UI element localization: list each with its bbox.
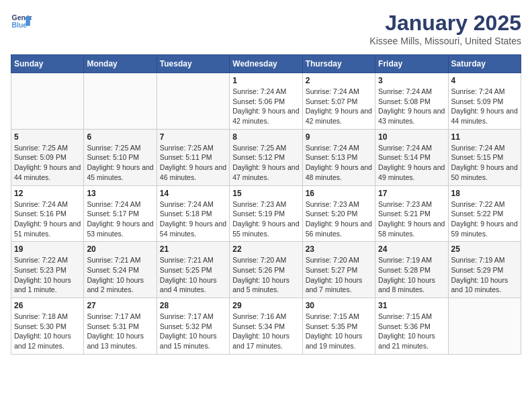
calendar-cell: 30Sunrise: 7:15 AM Sunset: 5:35 PM Dayli… (302, 298, 375, 355)
calendar-cell: 22Sunrise: 7:20 AM Sunset: 5:26 PM Dayli… (230, 242, 302, 298)
calendar-cell: 1Sunrise: 7:24 AM Sunset: 5:06 PM Daylig… (230, 73, 302, 130)
day-info: Sunrise: 7:24 AM Sunset: 5:06 PM Dayligh… (232, 87, 299, 126)
calendar-cell: 20Sunrise: 7:21 AM Sunset: 5:24 PM Dayli… (84, 242, 157, 298)
calendar-cell: 11Sunrise: 7:24 AM Sunset: 5:15 PM Dayli… (448, 129, 521, 185)
calendar-cell: 27Sunrise: 7:17 AM Sunset: 5:31 PM Dayli… (84, 298, 157, 355)
day-number: 12 (14, 189, 81, 198)
day-number: 10 (378, 132, 445, 142)
day-number: 31 (378, 301, 445, 310)
day-number: 5 (14, 132, 81, 142)
calendar-week-4: 19Sunrise: 7:22 AM Sunset: 5:23 PM Dayli… (11, 242, 521, 298)
day-info: Sunrise: 7:23 AM Sunset: 5:21 PM Dayligh… (378, 199, 445, 239)
logo: General Blue General Blue (11, 11, 32, 32)
calendar-cell: 6Sunrise: 7:25 AM Sunset: 5:10 PM Daylig… (84, 129, 157, 185)
day-info: Sunrise: 7:24 AM Sunset: 5:07 PM Dayligh… (306, 87, 372, 126)
day-number: 13 (87, 189, 153, 198)
day-info: Sunrise: 7:19 AM Sunset: 5:28 PM Dayligh… (378, 255, 445, 295)
calendar-week-5: 26Sunrise: 7:18 AM Sunset: 5:30 PM Dayli… (11, 298, 521, 355)
day-number: 3 (378, 76, 445, 85)
day-number: 2 (306, 76, 372, 85)
day-number: 7 (160, 132, 226, 142)
calendar-week-3: 12Sunrise: 7:24 AM Sunset: 5:16 PM Dayli… (11, 185, 521, 242)
day-info: Sunrise: 7:15 AM Sunset: 5:35 PM Dayligh… (306, 312, 372, 351)
day-number: 25 (451, 244, 518, 254)
svg-text:Blue: Blue (12, 21, 28, 29)
calendar-cell: 2Sunrise: 7:24 AM Sunset: 5:07 PM Daylig… (302, 73, 375, 130)
title-block: January 2025 Kissee Mills, Missouri, Uni… (369, 11, 521, 46)
calendar-cell (11, 73, 84, 130)
day-number: 21 (160, 244, 226, 254)
day-info: Sunrise: 7:24 AM Sunset: 5:18 PM Dayligh… (160, 199, 226, 239)
day-number: 22 (232, 244, 299, 254)
day-info: Sunrise: 7:24 AM Sunset: 5:16 PM Dayligh… (14, 199, 81, 239)
weekday-header-monday: Monday (84, 55, 157, 73)
calendar-week-1: 1Sunrise: 7:24 AM Sunset: 5:06 PM Daylig… (11, 73, 521, 130)
day-info: Sunrise: 7:25 AM Sunset: 5:11 PM Dayligh… (160, 143, 226, 183)
month-title: January 2025 (369, 11, 521, 36)
calendar-cell: 23Sunrise: 7:20 AM Sunset: 5:27 PM Dayli… (302, 242, 375, 298)
calendar-cell: 21Sunrise: 7:21 AM Sunset: 5:25 PM Dayli… (157, 242, 229, 298)
day-info: Sunrise: 7:15 AM Sunset: 5:36 PM Dayligh… (378, 312, 445, 351)
calendar-cell: 26Sunrise: 7:18 AM Sunset: 5:30 PM Dayli… (11, 298, 84, 355)
weekday-header-tuesday: Tuesday (157, 55, 229, 73)
day-number: 9 (306, 132, 372, 142)
day-info: Sunrise: 7:24 AM Sunset: 5:14 PM Dayligh… (378, 143, 445, 183)
day-info: Sunrise: 7:25 AM Sunset: 5:10 PM Dayligh… (87, 143, 153, 183)
day-info: Sunrise: 7:18 AM Sunset: 5:30 PM Dayligh… (14, 312, 81, 351)
logo-icon: General Blue (11, 11, 32, 32)
day-number: 14 (160, 189, 226, 198)
day-number: 16 (306, 189, 372, 198)
location-subtitle: Kissee Mills, Missouri, United States (369, 36, 521, 46)
day-number: 27 (87, 301, 153, 310)
calendar-table: SundayMondayTuesdayWednesdayThursdayFrid… (11, 54, 521, 355)
calendar-cell: 4Sunrise: 7:24 AM Sunset: 5:09 PM Daylig… (448, 73, 521, 130)
calendar-cell: 17Sunrise: 7:23 AM Sunset: 5:21 PM Dayli… (375, 185, 448, 242)
calendar-cell: 9Sunrise: 7:24 AM Sunset: 5:13 PM Daylig… (302, 129, 375, 185)
day-info: Sunrise: 7:20 AM Sunset: 5:26 PM Dayligh… (232, 255, 299, 295)
weekday-header-sunday: Sunday (11, 55, 84, 73)
day-number: 15 (232, 189, 299, 198)
day-number: 4 (451, 76, 518, 85)
calendar-cell: 24Sunrise: 7:19 AM Sunset: 5:28 PM Dayli… (375, 242, 448, 298)
weekday-header-friday: Friday (375, 55, 448, 73)
calendar-cell: 31Sunrise: 7:15 AM Sunset: 5:36 PM Dayli… (375, 298, 448, 355)
day-info: Sunrise: 7:24 AM Sunset: 5:17 PM Dayligh… (87, 199, 153, 239)
calendar-cell: 7Sunrise: 7:25 AM Sunset: 5:11 PM Daylig… (157, 129, 229, 185)
day-info: Sunrise: 7:17 AM Sunset: 5:32 PM Dayligh… (160, 312, 226, 351)
day-info: Sunrise: 7:24 AM Sunset: 5:13 PM Dayligh… (306, 143, 372, 183)
calendar-cell: 25Sunrise: 7:19 AM Sunset: 5:29 PM Dayli… (448, 242, 521, 298)
day-number: 1 (232, 76, 299, 85)
calendar-cell: 3Sunrise: 7:24 AM Sunset: 5:08 PM Daylig… (375, 73, 448, 130)
day-info: Sunrise: 7:21 AM Sunset: 5:24 PM Dayligh… (87, 255, 153, 295)
day-info: Sunrise: 7:24 AM Sunset: 5:08 PM Dayligh… (378, 87, 445, 126)
day-number: 17 (378, 189, 445, 198)
day-info: Sunrise: 7:16 AM Sunset: 5:34 PM Dayligh… (232, 312, 299, 351)
calendar-cell: 14Sunrise: 7:24 AM Sunset: 5:18 PM Dayli… (157, 185, 229, 242)
day-number: 30 (306, 301, 372, 310)
calendar-cell (157, 73, 229, 130)
day-number: 28 (160, 301, 226, 310)
day-info: Sunrise: 7:22 AM Sunset: 5:23 PM Dayligh… (14, 255, 81, 295)
calendar-cell: 13Sunrise: 7:24 AM Sunset: 5:17 PM Dayli… (84, 185, 157, 242)
day-number: 19 (14, 244, 81, 254)
calendar-week-2: 5Sunrise: 7:25 AM Sunset: 5:09 PM Daylig… (11, 129, 521, 185)
day-number: 26 (14, 301, 81, 310)
day-info: Sunrise: 7:23 AM Sunset: 5:20 PM Dayligh… (306, 199, 372, 239)
day-info: Sunrise: 7:22 AM Sunset: 5:22 PM Dayligh… (451, 199, 518, 239)
day-info: Sunrise: 7:25 AM Sunset: 5:09 PM Dayligh… (14, 143, 81, 183)
weekday-header-wednesday: Wednesday (230, 55, 302, 73)
day-info: Sunrise: 7:23 AM Sunset: 5:19 PM Dayligh… (232, 199, 299, 239)
calendar-cell: 16Sunrise: 7:23 AM Sunset: 5:20 PM Dayli… (302, 185, 375, 242)
weekday-header-thursday: Thursday (302, 55, 375, 73)
day-info: Sunrise: 7:24 AM Sunset: 5:09 PM Dayligh… (451, 87, 518, 126)
day-info: Sunrise: 7:19 AM Sunset: 5:29 PM Dayligh… (451, 255, 518, 295)
day-number: 20 (87, 244, 153, 254)
calendar-cell: 19Sunrise: 7:22 AM Sunset: 5:23 PM Dayli… (11, 242, 84, 298)
day-info: Sunrise: 7:17 AM Sunset: 5:31 PM Dayligh… (87, 312, 153, 351)
calendar-cell: 8Sunrise: 7:25 AM Sunset: 5:12 PM Daylig… (230, 129, 302, 185)
day-number: 24 (378, 244, 445, 254)
calendar-cell: 15Sunrise: 7:23 AM Sunset: 5:19 PM Dayli… (230, 185, 302, 242)
day-number: 8 (232, 132, 299, 142)
day-number: 23 (306, 244, 372, 254)
calendar-cell (448, 298, 521, 355)
